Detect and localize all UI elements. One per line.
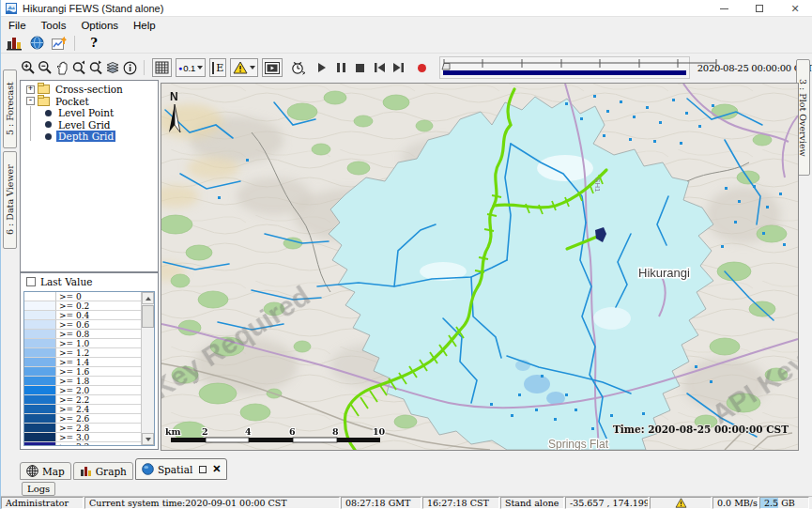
svg-text:km: km (165, 426, 181, 437)
toolbar-separator (144, 60, 145, 75)
zoom-in-button[interactable] (21, 59, 36, 76)
legend-row[interactable]: >= 0.4 (24, 311, 141, 320)
tree-item-level-grid[interactable]: Level Grid (21, 119, 158, 131)
legend-label: >= 2.2 (56, 395, 89, 404)
last-step-button[interactable] (391, 60, 405, 75)
tab-graph[interactable]: Graph (73, 462, 133, 480)
zoom-out-button[interactable] (38, 59, 53, 76)
menu-file[interactable]: File (1, 19, 34, 33)
road-label: SH1 (593, 177, 602, 193)
pause-button[interactable] (335, 60, 348, 75)
legend-swatch (24, 348, 56, 357)
warning-icon (233, 61, 248, 74)
play-button[interactable] (315, 60, 329, 75)
legend-swatch (24, 386, 56, 394)
first-step-button[interactable] (373, 60, 386, 75)
explorer-chart-button[interactable] (5, 35, 23, 52)
help-button[interactable]: ? (84, 35, 103, 52)
last-value-option[interactable]: Last Value (21, 273, 158, 289)
map-view[interactable]: API Key Required API Key Required Hikura… (161, 83, 799, 451)
legend-row[interactable]: >= 1.0 (24, 339, 141, 348)
pan-button[interactable] (54, 59, 69, 76)
legend-label: >= 1.6 (56, 367, 89, 376)
maximize-button[interactable] (742, 0, 777, 17)
sidebar-tab-data-viewer[interactable]: 6 : Data Viewer (3, 151, 17, 249)
close-tab-icon[interactable]: ✕ (212, 463, 221, 475)
minimize-button[interactable] (706, 0, 742, 17)
legend-row[interactable]: >= 0.2 (24, 301, 141, 311)
legend-row[interactable]: >= 1.6 (24, 367, 141, 377)
timeseries-dialog-button[interactable] (50, 35, 69, 52)
title-bar[interactable]: Hikurangi FEWS (Stand alone) ✕ (1, 0, 812, 17)
legend-row[interactable]: >= 2.8 (24, 424, 141, 433)
legend-row[interactable]: >= 1.8 (24, 377, 141, 386)
status-warning-indicator[interactable] (650, 497, 712, 509)
menu-options[interactable]: Options (73, 19, 126, 33)
legend-toggle-button[interactable]: E (209, 58, 226, 77)
help-label: ? (90, 36, 98, 50)
map-canvas[interactable]: API Key Required API Key Required Hikura… (161, 84, 798, 450)
time-slider-thumb[interactable] (442, 64, 450, 70)
legend-row[interactable]: >= 0.8 (24, 330, 141, 339)
menu-help[interactable]: Help (126, 19, 163, 33)
zoom-next-button[interactable] (88, 59, 103, 76)
legend-label: >= 3.2 (56, 442, 89, 445)
fews-logo-icon (6, 3, 17, 14)
logs-button[interactable]: Logs (22, 482, 55, 496)
animation-timer-button[interactable] (290, 59, 305, 76)
tab-spatial[interactable]: Spatial ✕ (135, 458, 228, 480)
legend-label: >= 0.2 (56, 301, 89, 310)
legend-row[interactable]: >= 2.2 (24, 395, 141, 405)
spatial-display-button[interactable] (27, 35, 46, 52)
legend-row[interactable]: >= 1.2 (24, 348, 141, 358)
legend-scrollbar[interactable] (141, 292, 154, 445)
legend-row[interactable]: >= 2.0 (24, 386, 141, 395)
tab-map[interactable]: Map (20, 462, 71, 480)
legend-swatch (24, 339, 56, 347)
menu-tools[interactable]: Tools (34, 19, 74, 33)
legend-row[interactable]: >= 2.4 (24, 405, 141, 414)
layers-button[interactable] (105, 59, 120, 76)
tree-item-depth-grid[interactable]: Depth Grid (21, 131, 158, 143)
status-system-time: Current system time:2020-09-01 00:00 CST (84, 497, 340, 509)
legend-row[interactable]: >= 0.6 (24, 320, 141, 330)
tree-item-level-point[interactable]: Level Point (21, 107, 158, 119)
expand-icon[interactable]: + (26, 85, 35, 94)
legend-row[interactable]: >= 0 (24, 292, 141, 301)
legend-button-label: E (212, 62, 223, 74)
tab-map-label: Map (42, 466, 65, 477)
legend-label: >= 2.0 (56, 386, 89, 394)
legend-row[interactable]: >= 3.2 (24, 442, 141, 445)
scroll-up-button[interactable] (142, 292, 154, 304)
animation-panel-button[interactable] (262, 58, 283, 77)
folder-icon (38, 97, 50, 106)
grid-display-button[interactable] (152, 58, 172, 77)
svg-text:6: 6 (289, 426, 296, 437)
legend-row[interactable]: >= 2.6 (24, 414, 141, 424)
collapse-icon[interactable]: - (26, 97, 35, 105)
legend-row[interactable]: >= 1.4 (24, 358, 141, 367)
zoom-next-icon (88, 60, 103, 75)
scroll-down-button[interactable] (142, 433, 154, 445)
svg-text:N: N (170, 90, 178, 103)
legend-swatch (24, 358, 56, 366)
warning-dropdown[interactable] (230, 58, 258, 77)
time-slider[interactable] (439, 56, 690, 79)
tree-item-cross-section[interactable]: + Cross-section (21, 84, 158, 96)
info-button[interactable] (122, 59, 137, 76)
layer-tree-panel: + Cross-section - Pocket Level Point Lev… (20, 80, 159, 272)
last-value-checkbox[interactable] (26, 277, 36, 286)
stop-button[interactable] (354, 60, 367, 75)
tree-item-pocket[interactable]: - Pocket (21, 96, 158, 108)
minimize-icon (720, 8, 728, 9)
legend-row[interactable]: >= 3.0 (24, 433, 141, 442)
close-button[interactable]: ✕ (777, 0, 812, 17)
threshold-dropdown[interactable]: ● 0.1 (176, 58, 206, 77)
record-button[interactable] (416, 60, 429, 75)
zoom-previous-button[interactable] (71, 59, 86, 76)
sidebar-tab-forecast[interactable]: 5 : Forecast (3, 69, 17, 148)
maximize-tab-icon[interactable] (199, 466, 207, 473)
scrollbar-thumb[interactable] (142, 305, 154, 328)
locality-label: Springs Flat (548, 438, 609, 450)
tree-item-label: Level Grid (56, 119, 113, 131)
